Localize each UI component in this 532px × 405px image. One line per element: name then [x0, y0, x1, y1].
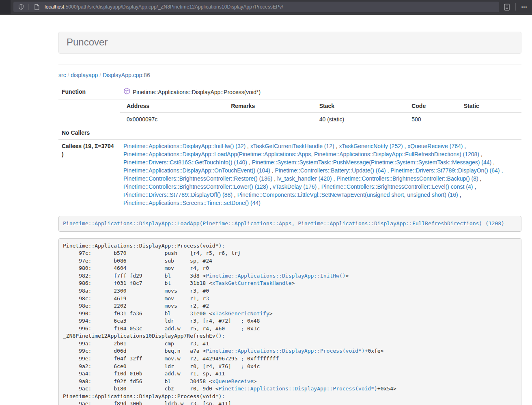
- callee-link[interactable]: Pinetime::Controllers::BrightnessControl…: [123, 175, 272, 182]
- menu-icon[interactable]: •••: [520, 2, 529, 12]
- function-table: Function Pinetime::Applications::Display…: [58, 85, 521, 209]
- callee-link[interactable]: Pinetime::Applications::DisplayApp::Load…: [123, 151, 479, 157]
- url-domain: localhost: [45, 4, 64, 10]
- table-row: Function Pinetime::Applications::Display…: [58, 85, 521, 99]
- breadcrumb-line-number: :86: [142, 72, 150, 78]
- highlighted-symbol-box: Pinetime::Applications::DisplayApp::Load…: [58, 216, 521, 232]
- callee-link[interactable]: Pinetime::Drivers::St7789::DisplayOff() …: [123, 192, 233, 198]
- callee-link[interactable]: Pinetime::Applications::DisplayApp::OnTo…: [123, 167, 270, 174]
- table-row: Callees (19, Σ=3704 ) Pinetime::Applicat…: [58, 140, 521, 210]
- breadcrumb-link[interactable]: displayapp: [71, 72, 98, 78]
- code-line: 98c: 4619 mov r1, r3: [63, 295, 517, 303]
- code-line: 986: f031 f8c7 bl 31b18 <xTaskGetCurrent…: [63, 280, 517, 287]
- no-callers-label: No Callers: [58, 126, 120, 140]
- code-line: 98a: 2300 movs r3, #0: [63, 287, 517, 295]
- callee-link[interactable]: vTaskDelay (176): [273, 183, 317, 190]
- col-header-address: Address: [120, 99, 224, 113]
- callee-link[interactable]: Pinetime::Applications::DisplayApp::Init…: [123, 143, 246, 149]
- code-symbol-link[interactable]: Pinetime::Applications::DisplayApp::Proc…: [219, 386, 377, 392]
- code-line: Pinetime::Applications::DisplayApp::Proc…: [63, 393, 517, 401]
- symbol-cube-icon: [123, 88, 130, 97]
- stats-header-row: Address Remarks Stack Code Static: [120, 99, 521, 113]
- code-line: 98e: 2202 movs r2, #2: [63, 302, 517, 310]
- code-line: _ZN8Pinetime12Applications10DisplayApp7R…: [63, 332, 517, 340]
- col-header-remarks: Remarks: [224, 99, 313, 113]
- breadcrumb-link[interactable]: src: [58, 72, 66, 78]
- table-row: Address Remarks Stack Code Static 0x0000…: [58, 99, 521, 126]
- divider: [58, 65, 521, 65]
- stats-value-row: 0x0000097c 40 (static) 500: [120, 113, 521, 126]
- callee-link[interactable]: Pinetime::Controllers::BrightnessControl…: [123, 183, 268, 190]
- code-line: 9a4: f10d 010b add.w r1, sp, #11: [63, 370, 517, 378]
- code-value: 500: [405, 113, 457, 126]
- url-text[interactable]: localhost:5000/path/src/displayapp/Displ…: [45, 4, 283, 10]
- window-corner: [0, 0, 11, 14]
- code-line: 97e: b086 sub sp, #24: [63, 257, 517, 265]
- callee-link[interactable]: lv_task_handler (420): [277, 175, 332, 182]
- code-symbol-link[interactable]: Pinetime::Applications::DisplayApp::Init…: [206, 273, 345, 279]
- function-name: Pinetime::Applications::DisplayApp::Proc…: [133, 88, 261, 96]
- function-label: Function: [58, 85, 120, 99]
- code-line: 9ae: f89d 300b ldrb.w r3, [sp, #11]: [63, 400, 517, 405]
- remarks-value: [224, 113, 313, 126]
- code-symbol-link[interactable]: xTaskGetCurrentTaskHandle: [212, 280, 292, 286]
- col-header-static: Static: [457, 99, 521, 113]
- breadcrumb-link[interactable]: DisplayApp.cpp: [103, 72, 142, 78]
- code-line: 99e: f04f 32ff mov.w r2, #4294967295 ; 0…: [63, 355, 517, 363]
- code-symbol-link[interactable]: Pinetime::Applications::DisplayApp::Proc…: [206, 348, 364, 354]
- url-bar-divider: [28, 4, 29, 10]
- breadcrumb: src / displayapp / DisplayApp.cpp:86: [58, 71, 521, 79]
- callees-cell: Pinetime::Applications::DisplayApp::Init…: [120, 140, 521, 210]
- disassembly-code: Pinetime::Applications::DisplayApp::Proc…: [58, 238, 521, 405]
- code-line: 990: f031 fa36 bl 31e00 <xTaskGenericNot…: [63, 310, 517, 318]
- callee-link[interactable]: Pinetime::Drivers::St7789::DisplayOn() (…: [390, 167, 500, 174]
- code-line: 982: f7ff fd29 bl 3d8 <Pinetime::Applica…: [63, 272, 517, 280]
- static-value: [457, 113, 521, 126]
- app-title: Puncover: [67, 37, 108, 47]
- reader-mode-icon[interactable]: [502, 2, 511, 12]
- code-symbol-link[interactable]: xQueueReceive: [212, 378, 254, 384]
- callee-link[interactable]: Pinetime::Components::LittleVgl::SetNewT…: [237, 192, 458, 198]
- code-line: 99a: 2b01 cmp r3, #1: [63, 340, 517, 348]
- table-row: No Callers: [58, 126, 521, 140]
- callee-link[interactable]: Pinetime::System::SystemTask::PushMessag…: [252, 159, 492, 166]
- col-header-stack: Stack: [313, 99, 405, 113]
- highlighted-symbol-link[interactable]: Pinetime::Applications::DisplayApp::Load…: [63, 220, 504, 226]
- code-line: Pinetime::Applications::DisplayApp::Proc…: [63, 242, 517, 250]
- code-line: 996: f104 053c add.w r5, r4, #60 ; 0x3c: [63, 325, 517, 333]
- stack-value: 40 (static): [313, 113, 405, 126]
- address-value: 0x0000097c: [120, 113, 224, 126]
- callee-link[interactable]: Pinetime::Controllers::Battery::Update()…: [275, 167, 386, 174]
- code-symbol-link[interactable]: xTaskGenericNotify: [212, 310, 269, 317]
- callee-link[interactable]: Pinetime::Controllers::BrightnessControl…: [336, 175, 478, 182]
- toolbar-divider: [515, 3, 516, 11]
- function-stats-table: Address Remarks Stack Code Static 0x0000…: [120, 99, 521, 126]
- page-info-icon[interactable]: [32, 2, 41, 12]
- col-header-code: Code: [405, 99, 457, 113]
- code-line: 97c: b570 push {r4, r5, r6, lr}: [63, 250, 517, 257]
- app-title-panel: Puncover: [58, 32, 521, 54]
- breadcrumb-separator: /: [98, 72, 103, 78]
- code-line: 99c: d06d beq.n a7a <Pinetime::Applicati…: [63, 347, 517, 355]
- browser-toolbar: localhost:5000/path/src/displayapp/Displ…: [0, 0, 532, 15]
- callee-link[interactable]: xTaskGetCurrentTaskHandle (12): [250, 143, 334, 149]
- callee-link[interactable]: Pinetime::Controllers::BrightnessControl…: [321, 183, 473, 190]
- callees-label: Callees (19, Σ=3704 ): [58, 140, 120, 210]
- callee-link[interactable]: Pinetime::Applications::Screens::Timer::…: [123, 200, 261, 206]
- code-line: 9ac: b180 cbz r0, 9d0 <Pinetime::Applica…: [63, 385, 517, 393]
- url-bar[interactable]: localhost:5000/path/src/displayapp/Displ…: [13, 2, 499, 12]
- page-content: Puncover src / displayapp / DisplayApp.c…: [0, 15, 532, 405]
- callee-link[interactable]: Pinetime::Drivers::Cst816S::GetTouchInfo…: [123, 159, 247, 166]
- code-line: 9a8: f02f fd56 bl 30458 <xQueueReceive>: [63, 378, 517, 386]
- code-line: 9a2: 6ce0 ldr r0, [r4, #76] ; 0x4c: [63, 363, 517, 371]
- code-line: 994: 6ca3 ldr r3, [r4, #72] ; 0x48: [63, 317, 517, 325]
- url-path: :5000/path/src/displayapp/DisplayApp.cpp…: [64, 4, 283, 10]
- code-line: 980: 4604 mov r4, r0: [63, 265, 517, 272]
- shield-icon[interactable]: [17, 2, 26, 12]
- callee-link[interactable]: xTaskGenericNotify (252): [339, 143, 403, 149]
- breadcrumb-separator: /: [66, 72, 71, 78]
- callee-link[interactable]: xQueueReceive (764): [407, 143, 463, 149]
